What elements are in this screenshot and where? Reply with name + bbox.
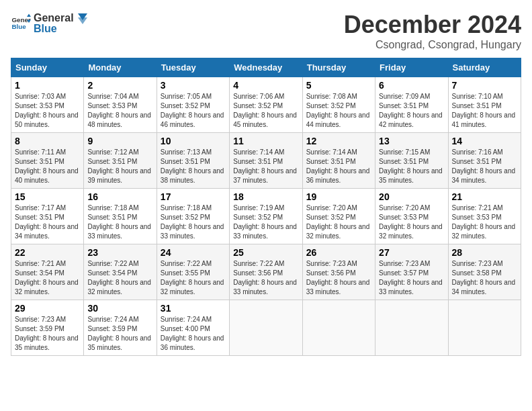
day-number: 17: [161, 191, 226, 202]
day-info: Sunrise: 7:22 AM Sunset: 3:55 PM Dayligh…: [161, 259, 226, 297]
day-number: 24: [161, 247, 226, 258]
day-info: Sunrise: 7:20 AM Sunset: 3:53 PM Dayligh…: [379, 203, 444, 241]
day-info: Sunrise: 7:06 AM Sunset: 3:52 PM Dayligh…: [233, 92, 298, 130]
calendar-day-cell: 3 Sunrise: 7:05 AM Sunset: 3:52 PM Dayli…: [157, 77, 229, 133]
weekday-header: Saturday: [448, 58, 521, 77]
month-title: December 2024: [344, 11, 521, 39]
day-info: Sunrise: 7:24 AM Sunset: 3:59 PM Dayligh…: [87, 315, 152, 353]
day-number: 7: [452, 80, 517, 91]
svg-marker-2: [27, 14, 31, 17]
day-number: 8: [15, 136, 80, 146]
calendar-day-cell: 1 Sunrise: 7:03 AM Sunset: 3:53 PM Dayli…: [11, 77, 84, 133]
day-number: 29: [15, 303, 80, 314]
calendar-day-cell: 26 Sunrise: 7:23 AM Sunset: 3:56 PM Dayl…: [302, 244, 375, 300]
logo-icon: General Blue: [11, 13, 31, 33]
calendar-day-cell: 16 Sunrise: 7:18 AM Sunset: 3:51 PM Dayl…: [84, 189, 157, 244]
empty-cell: [302, 300, 375, 356]
calendar-week-row: 29 Sunrise: 7:23 AM Sunset: 3:59 PM Dayl…: [11, 300, 521, 356]
day-number: 19: [306, 191, 371, 202]
calendar-day-cell: 5 Sunrise: 7:08 AM Sunset: 3:52 PM Dayli…: [302, 77, 375, 133]
empty-cell: [230, 300, 302, 356]
day-info: Sunrise: 7:21 AM Sunset: 3:53 PM Dayligh…: [452, 203, 517, 241]
day-number: 16: [87, 191, 152, 202]
day-info: Sunrise: 7:13 AM Sunset: 3:51 PM Dayligh…: [161, 148, 226, 185]
day-info: Sunrise: 7:18 AM Sunset: 3:52 PM Dayligh…: [161, 203, 226, 241]
calendar-day-cell: 21 Sunrise: 7:21 AM Sunset: 3:53 PM Dayl…: [448, 189, 521, 244]
day-info: Sunrise: 7:05 AM Sunset: 3:52 PM Dayligh…: [161, 92, 226, 130]
day-number: 31: [161, 303, 226, 314]
weekday-header: Monday: [84, 58, 157, 77]
calendar-header-row: SundayMondayTuesdayWednesdayThursdayFrid…: [11, 58, 521, 77]
day-info: Sunrise: 7:24 AM Sunset: 4:00 PM Dayligh…: [161, 315, 226, 353]
day-number: 5: [306, 80, 371, 91]
logo: General Blue General Blue: [11, 11, 90, 35]
day-info: Sunrise: 7:10 AM Sunset: 3:51 PM Dayligh…: [452, 92, 517, 130]
empty-cell: [375, 300, 448, 356]
calendar-day-cell: 19 Sunrise: 7:20 AM Sunset: 3:52 PM Dayl…: [302, 189, 375, 244]
day-info: Sunrise: 7:11 AM Sunset: 3:51 PM Dayligh…: [15, 148, 80, 185]
calendar-day-cell: 12 Sunrise: 7:14 AM Sunset: 3:51 PM Dayl…: [302, 133, 375, 189]
day-number: 6: [379, 80, 444, 91]
day-info: Sunrise: 7:03 AM Sunset: 3:53 PM Dayligh…: [15, 92, 80, 130]
day-info: Sunrise: 7:08 AM Sunset: 3:52 PM Dayligh…: [306, 92, 371, 130]
day-info: Sunrise: 7:23 AM Sunset: 3:59 PM Dayligh…: [15, 315, 80, 353]
calendar-day-cell: 28 Sunrise: 7:23 AM Sunset: 3:58 PM Dayl…: [448, 244, 521, 300]
day-number: 26: [306, 247, 371, 258]
day-info: Sunrise: 7:12 AM Sunset: 3:51 PM Dayligh…: [87, 148, 152, 185]
day-info: Sunrise: 7:23 AM Sunset: 3:58 PM Dayligh…: [452, 259, 517, 297]
day-info: Sunrise: 7:22 AM Sunset: 3:54 PM Dayligh…: [87, 259, 152, 297]
calendar-day-cell: 18 Sunrise: 7:19 AM Sunset: 3:52 PM Dayl…: [230, 189, 302, 244]
day-info: Sunrise: 7:14 AM Sunset: 3:51 PM Dayligh…: [306, 148, 371, 185]
day-number: 11: [233, 136, 298, 146]
calendar-day-cell: 20 Sunrise: 7:20 AM Sunset: 3:53 PM Dayl…: [375, 189, 448, 244]
day-info: Sunrise: 7:04 AM Sunset: 3:53 PM Dayligh…: [87, 92, 152, 130]
day-number: 2: [87, 80, 152, 91]
day-info: Sunrise: 7:21 AM Sunset: 3:54 PM Dayligh…: [15, 259, 80, 297]
calendar-day-cell: 10 Sunrise: 7:13 AM Sunset: 3:51 PM Dayl…: [157, 133, 229, 189]
calendar-week-row: 8 Sunrise: 7:11 AM Sunset: 3:51 PM Dayli…: [11, 133, 521, 189]
day-number: 18: [233, 191, 298, 202]
day-number: 28: [452, 247, 517, 258]
calendar-week-row: 1 Sunrise: 7:03 AM Sunset: 3:53 PM Dayli…: [11, 77, 521, 133]
day-number: 10: [161, 136, 226, 146]
calendar-day-cell: 23 Sunrise: 7:22 AM Sunset: 3:54 PM Dayl…: [84, 244, 157, 300]
day-number: 20: [379, 191, 444, 202]
day-number: 14: [452, 136, 517, 146]
calendar-day-cell: 13 Sunrise: 7:15 AM Sunset: 3:51 PM Dayl…: [375, 133, 448, 189]
calendar-day-cell: 25 Sunrise: 7:22 AM Sunset: 3:56 PM Dayl…: [230, 244, 302, 300]
title-area: December 2024 Csongrad, Csongrad, Hungar…: [344, 11, 521, 51]
location-title: Csongrad, Csongrad, Hungary: [344, 39, 521, 51]
calendar-day-cell: 22 Sunrise: 7:21 AM Sunset: 3:54 PM Dayl…: [11, 244, 84, 300]
day-number: 12: [306, 136, 371, 146]
day-info: Sunrise: 7:15 AM Sunset: 3:51 PM Dayligh…: [379, 148, 444, 185]
weekday-header: Thursday: [302, 58, 375, 77]
day-info: Sunrise: 7:22 AM Sunset: 3:56 PM Dayligh…: [233, 259, 298, 297]
calendar-day-cell: 9 Sunrise: 7:12 AM Sunset: 3:51 PM Dayli…: [84, 133, 157, 189]
calendar-day-cell: 24 Sunrise: 7:22 AM Sunset: 3:55 PM Dayl…: [157, 244, 229, 300]
calendar-day-cell: 14 Sunrise: 7:16 AM Sunset: 3:51 PM Dayl…: [448, 133, 521, 189]
calendar-day-cell: 6 Sunrise: 7:09 AM Sunset: 3:51 PM Dayli…: [375, 77, 448, 133]
logo-arrow-icon: [75, 11, 90, 26]
day-info: Sunrise: 7:09 AM Sunset: 3:51 PM Dayligh…: [379, 92, 444, 130]
calendar-day-cell: 31 Sunrise: 7:24 AM Sunset: 4:00 PM Dayl…: [157, 300, 229, 356]
calendar-day-cell: 30 Sunrise: 7:24 AM Sunset: 3:59 PM Dayl…: [84, 300, 157, 356]
svg-marker-5: [78, 17, 87, 24]
calendar-day-cell: 4 Sunrise: 7:06 AM Sunset: 3:52 PM Dayli…: [230, 77, 302, 133]
day-info: Sunrise: 7:17 AM Sunset: 3:51 PM Dayligh…: [15, 203, 80, 241]
day-number: 15: [15, 191, 80, 202]
calendar-day-cell: 15 Sunrise: 7:17 AM Sunset: 3:51 PM Dayl…: [11, 189, 84, 244]
weekday-header: Sunday: [11, 58, 84, 77]
calendar-day-cell: 29 Sunrise: 7:23 AM Sunset: 3:59 PM Dayl…: [11, 300, 84, 356]
day-number: 23: [87, 247, 152, 258]
calendar-day-cell: 2 Sunrise: 7:04 AM Sunset: 3:53 PM Dayli…: [84, 77, 157, 133]
day-number: 30: [87, 303, 152, 314]
calendar-day-cell: 27 Sunrise: 7:23 AM Sunset: 3:57 PM Dayl…: [375, 244, 448, 300]
day-info: Sunrise: 7:23 AM Sunset: 3:56 PM Dayligh…: [306, 259, 371, 297]
day-info: Sunrise: 7:16 AM Sunset: 3:51 PM Dayligh…: [452, 148, 517, 185]
day-info: Sunrise: 7:23 AM Sunset: 3:57 PM Dayligh…: [379, 259, 444, 297]
svg-text:General: General: [12, 16, 32, 24]
page-header: General Blue General Blue December 2024 …: [11, 11, 521, 51]
day-number: 1: [15, 80, 80, 91]
calendar-day-cell: 7 Sunrise: 7:10 AM Sunset: 3:51 PM Dayli…: [448, 77, 521, 133]
calendar-table: SundayMondayTuesdayWednesdayThursdayFrid…: [11, 58, 521, 356]
